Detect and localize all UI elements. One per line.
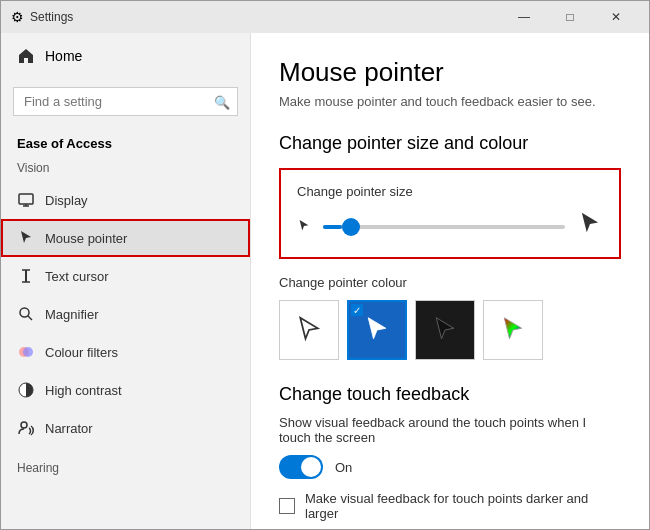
sidebar: Home 🔍 Ease of Access Vision Display Mou… — [1, 33, 251, 529]
colour-filters-label: Colour filters — [45, 345, 118, 360]
display-icon — [17, 191, 35, 209]
sidebar-item-colour-filters[interactable]: Colour filters — [1, 333, 250, 371]
home-icon — [17, 47, 35, 65]
page-subtitle: Make mouse pointer and touch feedback ea… — [279, 94, 621, 109]
darker-feedback-checkbox[interactable] — [279, 498, 295, 514]
pointer-size-slider-row — [297, 211, 603, 243]
size-slider-thumb[interactable] — [342, 218, 360, 236]
main-panel: Mouse pointer Make mouse pointer and tou… — [251, 33, 649, 529]
sidebar-item-high-contrast[interactable]: High contrast — [1, 371, 250, 409]
svg-line-7 — [28, 316, 32, 320]
magnifier-label: Magnifier — [45, 307, 98, 322]
toggle-row: On — [279, 455, 621, 479]
narrator-label: Narrator — [45, 421, 93, 436]
minimize-button[interactable]: — — [501, 1, 547, 33]
colour-filters-icon — [17, 343, 35, 361]
window-title: Settings — [30, 10, 501, 24]
window: ⚙ Settings — □ ✕ Home 🔍 Ease of Access V… — [0, 0, 650, 530]
section-label: Ease of Access — [1, 128, 250, 155]
pointer-large-icon — [577, 211, 603, 243]
mouse-pointer-label: Mouse pointer — [45, 231, 127, 246]
sidebar-item-text-cursor[interactable]: Text cursor — [1, 257, 250, 295]
colour-swatches: ✓ — [279, 300, 621, 360]
size-slider-track — [323, 225, 565, 229]
narrator-icon — [17, 419, 35, 437]
sidebar-item-home[interactable]: Home — [1, 33, 250, 79]
checkbox-row: Make visual feedback for touch points da… — [279, 491, 621, 521]
mouse-pointer-icon — [17, 229, 35, 247]
pointer-section-title: Change pointer size and colour — [279, 133, 621, 154]
search-icon: 🔍 — [214, 94, 230, 109]
main-content: Home 🔍 Ease of Access Vision Display Mou… — [1, 33, 649, 529]
toggle-knob — [301, 457, 321, 477]
toggle-label: On — [335, 460, 352, 475]
touch-feedback-toggle[interactable] — [279, 455, 323, 479]
magnifier-icon — [17, 305, 35, 323]
window-controls: — □ ✕ — [501, 1, 639, 33]
maximize-button[interactable]: □ — [547, 1, 593, 33]
svg-point-6 — [20, 308, 29, 317]
display-label: Display — [45, 193, 88, 208]
home-label: Home — [45, 48, 82, 64]
sidebar-item-narrator[interactable]: Narrator — [1, 409, 250, 447]
pointer-size-label: Change pointer size — [297, 184, 603, 199]
swatch-white[interactable] — [279, 300, 339, 360]
checkbox-label: Make visual feedback for touch points da… — [305, 491, 621, 521]
swatch-dark[interactable] — [415, 300, 475, 360]
titlebar: ⚙ Settings — □ ✕ — [1, 1, 649, 33]
search-input[interactable] — [13, 87, 238, 116]
vision-category: Vision — [1, 155, 250, 181]
settings-icon: ⚙ — [11, 9, 24, 25]
sidebar-item-mouse-pointer[interactable]: Mouse pointer — [1, 219, 250, 257]
high-contrast-label: High contrast — [45, 383, 122, 398]
pointer-colour-label: Change pointer colour — [279, 275, 621, 290]
touch-section-title: Change touch feedback — [279, 384, 621, 405]
pointer-size-section: Change pointer size — [279, 168, 621, 259]
sidebar-item-magnifier[interactable]: Magnifier — [1, 295, 250, 333]
text-cursor-label: Text cursor — [45, 269, 109, 284]
svg-rect-0 — [19, 194, 33, 204]
swatch-selected[interactable]: ✓ — [347, 300, 407, 360]
search-box: 🔍 — [13, 87, 238, 116]
touch-desc: Show visual feedback around the touch po… — [279, 415, 621, 445]
text-cursor-icon — [17, 267, 35, 285]
size-slider-fill — [323, 225, 342, 229]
hearing-category: Hearing — [1, 455, 250, 481]
high-contrast-icon — [17, 381, 35, 399]
swatch-color[interactable] — [483, 300, 543, 360]
svg-point-11 — [21, 422, 27, 428]
close-button[interactable]: ✕ — [593, 1, 639, 33]
svg-point-9 — [23, 347, 33, 357]
pointer-small-icon — [297, 219, 311, 236]
sidebar-item-display[interactable]: Display — [1, 181, 250, 219]
page-title: Mouse pointer — [279, 57, 621, 88]
